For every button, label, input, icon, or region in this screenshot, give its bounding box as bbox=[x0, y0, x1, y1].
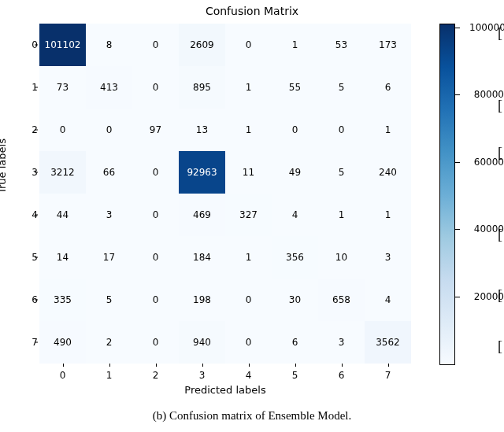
x-tick-mark bbox=[342, 364, 343, 367]
heatmap-cell: 1 bbox=[225, 109, 272, 151]
heatmap-cell: 3212 bbox=[39, 151, 86, 194]
x-tick-mark bbox=[156, 364, 157, 367]
heatmap-cell: 2609 bbox=[179, 24, 225, 66]
heatmap-cell: 97 bbox=[132, 109, 179, 151]
heatmap-cell: 44 bbox=[39, 194, 86, 236]
reference-bracket: [ bbox=[498, 145, 502, 161]
x-tick-mark bbox=[249, 364, 250, 367]
heatmap-cell: 0 bbox=[132, 279, 179, 321]
heatmap-cell: 1 bbox=[365, 109, 411, 151]
reference-bracket: [ bbox=[498, 287, 502, 304]
heatmap-cell: 184 bbox=[179, 236, 225, 279]
y-axis-label: True labels bbox=[0, 138, 8, 194]
x-axis-label: Predicted labels bbox=[39, 384, 411, 396]
heatmap-cell: 658 bbox=[318, 279, 365, 321]
heatmap-cell: 17 bbox=[86, 236, 132, 279]
heatmap-cell: 0 bbox=[132, 24, 179, 66]
colorbar-tick-mark bbox=[455, 297, 460, 297]
heatmap-cell: 327 bbox=[225, 194, 272, 236]
heatmap-cell: 356 bbox=[272, 236, 318, 279]
heatmap-cell: 5 bbox=[318, 66, 365, 109]
x-tick-label: 0 bbox=[39, 370, 86, 381]
x-tick-mark bbox=[388, 364, 389, 367]
x-tick-label: 7 bbox=[365, 370, 411, 381]
x-tick-label: 6 bbox=[318, 370, 365, 381]
colorbar bbox=[439, 24, 455, 365]
colorbar-tick-mark bbox=[455, 229, 460, 230]
heatmap-cell: 335 bbox=[39, 279, 86, 321]
reference-bracket: [ bbox=[498, 227, 502, 243]
heatmap-cell: 0 bbox=[132, 66, 179, 109]
x-tick-label: 1 bbox=[86, 370, 132, 381]
heatmap-cell: 1 bbox=[225, 66, 272, 109]
x-tick-label: 4 bbox=[225, 370, 272, 381]
x-tick-label: 3 bbox=[179, 370, 225, 381]
x-tick-label: 2 bbox=[132, 370, 179, 381]
y-tick-mark bbox=[35, 342, 38, 343]
heatmap-cell: 14 bbox=[39, 236, 86, 279]
heatmap-cell: 490 bbox=[39, 321, 86, 364]
heatmap-cell: 3 bbox=[86, 194, 132, 236]
heatmap-cell: 0 bbox=[132, 151, 179, 194]
heatmap-cell: 0 bbox=[132, 321, 179, 364]
y-tick-mark bbox=[35, 215, 38, 216]
y-tick-mark bbox=[35, 45, 38, 46]
heatmap-cell: 1 bbox=[225, 236, 272, 279]
heatmap-cell: 3 bbox=[318, 321, 365, 364]
reference-bracket: [ bbox=[498, 98, 502, 114]
heatmap-cell: 3 bbox=[365, 236, 411, 279]
heatmap-cell: 13 bbox=[179, 109, 225, 151]
heatmap-cell: 0 bbox=[272, 109, 318, 151]
heatmap-cell: 55 bbox=[272, 66, 318, 109]
heatmap-cell: 198 bbox=[179, 279, 225, 321]
heatmap-cell: 92963 bbox=[179, 151, 225, 194]
heatmap-cell: 73 bbox=[39, 66, 86, 109]
heatmap-cell: 5 bbox=[86, 279, 132, 321]
figure-caption: (b) Confusion matrix of Ensemble Model. bbox=[0, 409, 504, 423]
y-tick-mark bbox=[35, 172, 38, 173]
heatmap-cell: 30 bbox=[272, 279, 318, 321]
heatmap-cell: 895 bbox=[179, 66, 225, 109]
heatmap-cell: 6 bbox=[272, 321, 318, 364]
x-tick-mark bbox=[63, 364, 64, 367]
heatmap-cell: 66 bbox=[86, 151, 132, 194]
heatmap-cell: 3562 bbox=[365, 321, 411, 364]
heatmap-grid: 1011028026090153173734130895155560097131… bbox=[39, 24, 411, 364]
heatmap-cell: 0 bbox=[132, 236, 179, 279]
chart-title: Confusion Matrix bbox=[142, 5, 362, 17]
heatmap-cell: 8 bbox=[86, 24, 132, 66]
heatmap-cell: 0 bbox=[86, 109, 132, 151]
heatmap-cell: 469 bbox=[179, 194, 225, 236]
x-tick-mark bbox=[109, 364, 110, 367]
y-tick-mark bbox=[35, 87, 38, 88]
heatmap-cell: 4 bbox=[365, 279, 411, 321]
heatmap-cell: 1 bbox=[365, 194, 411, 236]
colorbar-tick-mark bbox=[455, 94, 460, 95]
x-tick-mark bbox=[295, 364, 296, 367]
y-tick-mark bbox=[35, 300, 38, 301]
heatmap-cell: 49 bbox=[272, 151, 318, 194]
colorbar-tick-mark bbox=[455, 162, 460, 163]
heatmap-cell: 0 bbox=[39, 109, 86, 151]
heatmap-cell: 0 bbox=[132, 194, 179, 236]
heatmap-cell: 173 bbox=[365, 24, 411, 66]
colorbar-tick-mark bbox=[455, 28, 460, 28]
x-tick-label: 5 bbox=[272, 370, 318, 381]
x-tick-mark bbox=[202, 364, 203, 367]
heatmap-cell: 5 bbox=[318, 151, 365, 194]
reference-bracket: [ bbox=[498, 338, 502, 355]
reference-bracket: [ bbox=[498, 25, 502, 42]
heatmap-cell: 0 bbox=[225, 279, 272, 321]
heatmap-cell: 1 bbox=[318, 194, 365, 236]
y-tick-mark bbox=[35, 257, 38, 258]
heatmap-cell: 0 bbox=[225, 321, 272, 364]
heatmap-cell: 413 bbox=[86, 66, 132, 109]
heatmap-cell: 53 bbox=[318, 24, 365, 66]
heatmap-cell: 4 bbox=[272, 194, 318, 236]
heatmap-cell: 1 bbox=[272, 24, 318, 66]
heatmap-cell: 0 bbox=[318, 109, 365, 151]
heatmap-cell: 10 bbox=[318, 236, 365, 279]
heatmap-cell: 0 bbox=[225, 24, 272, 66]
heatmap-cell: 2 bbox=[86, 321, 132, 364]
heatmap-cell: 240 bbox=[365, 151, 411, 194]
